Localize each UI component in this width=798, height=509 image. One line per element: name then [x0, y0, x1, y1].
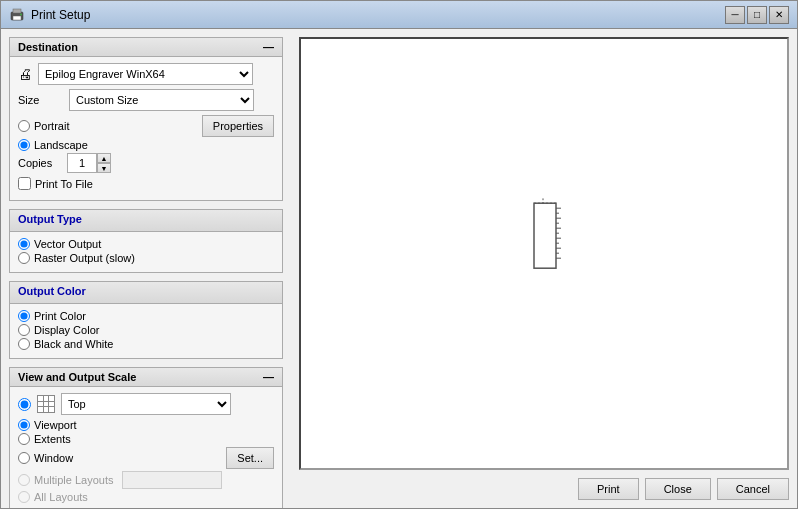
all-layouts-row: All Layouts	[18, 491, 274, 503]
portrait-radio[interactable]	[18, 120, 30, 132]
viewport-radio[interactable]	[18, 419, 30, 431]
window-radio[interactable]	[18, 452, 30, 464]
bottom-buttons: Print Close Cancel	[299, 470, 789, 500]
svg-rect-4	[534, 203, 556, 268]
view-select[interactable]: Top	[61, 393, 231, 415]
dialog-title: Print Setup	[31, 8, 719, 22]
close-button[interactable]: ✕	[769, 6, 789, 24]
portrait-row: Portrait Properties	[18, 115, 274, 137]
raster-row: Raster Output (slow)	[18, 252, 274, 264]
output-color-section: Output Color Print Color Display Color	[9, 281, 283, 359]
size-select[interactable]: Custom Size	[69, 89, 254, 111]
vector-radio[interactable]	[18, 238, 30, 250]
set-button[interactable]: Set...	[226, 447, 274, 469]
size-label: Size	[18, 94, 63, 106]
scroll-area[interactable]: Destination — 🖨 Epilog Engraver WinX64	[1, 29, 291, 508]
window-row: Window Set...	[18, 447, 274, 469]
viewport-row: Viewport	[18, 419, 274, 431]
raster-radio[interactable]	[18, 252, 30, 264]
print-button[interactable]: Print	[578, 478, 639, 500]
landscape-label: Landscape	[34, 139, 88, 151]
destination-label: Destination	[18, 41, 78, 53]
printer-row: 🖨 Epilog Engraver WinX64	[18, 63, 274, 85]
view-scale-section: View and Output Scale —	[9, 367, 283, 508]
display-color-label: Display Color	[34, 324, 99, 336]
size-row: Size Custom Size	[18, 89, 274, 111]
vector-row: Vector Output	[18, 238, 274, 250]
view-scale-content: Top Viewport Extents	[10, 387, 282, 508]
output-color-content: Print Color Display Color Black and Whit…	[10, 304, 282, 358]
print-color-row: Print Color	[18, 310, 274, 322]
svg-rect-2	[13, 16, 21, 20]
output-color-header: Output Color	[10, 282, 282, 304]
destination-section: Destination — 🖨 Epilog Engraver WinX64	[9, 37, 283, 201]
extents-row: Extents	[18, 433, 274, 445]
destination-content: 🖨 Epilog Engraver WinX64 Size Custom Siz…	[10, 57, 282, 200]
all-layouts-radio[interactable]	[18, 491, 30, 503]
copies-row: Copies ▲ ▼	[18, 153, 274, 173]
black-white-radio[interactable]	[18, 338, 30, 350]
multiple-layouts-input[interactable]	[122, 471, 222, 489]
output-type-label: Output Type	[18, 213, 82, 225]
svg-point-3	[20, 13, 22, 15]
printer-icon	[9, 7, 25, 23]
window-controls: ─ □ ✕	[725, 6, 789, 24]
copies-label: Copies	[18, 157, 63, 169]
view-radio[interactable]	[18, 398, 31, 411]
preview-svg	[519, 198, 569, 288]
print-setup-dialog: Print Setup ─ □ ✕ Destination —	[0, 0, 798, 509]
view-scale-collapse-icon[interactable]: —	[263, 371, 274, 383]
close-button[interactable]: Close	[645, 478, 711, 500]
copies-spinner: ▲ ▼	[67, 153, 111, 173]
multiple-layouts-row: Multiple Layouts	[18, 471, 274, 489]
print-color-radio[interactable]	[18, 310, 30, 322]
view-scale-header: View and Output Scale —	[10, 368, 282, 387]
landscape-row: Landscape	[18, 139, 274, 151]
cancel-button[interactable]: Cancel	[717, 478, 789, 500]
print-to-file-checkbox[interactable]	[18, 177, 31, 190]
all-layouts-label: All Layouts	[34, 491, 88, 503]
left-panel: Destination — 🖨 Epilog Engraver WinX64	[1, 29, 291, 508]
output-type-section: Output Type Vector Output Raster Output …	[9, 209, 283, 273]
window-label: Window	[34, 452, 73, 464]
black-white-row: Black and White	[18, 338, 274, 350]
right-panel: Print Close Cancel	[291, 29, 797, 508]
properties-button[interactable]: Properties	[202, 115, 274, 137]
view-row: Top	[18, 393, 274, 415]
copies-up-button[interactable]: ▲	[97, 153, 111, 163]
spinner-buttons: ▲ ▼	[97, 153, 111, 173]
copies-input[interactable]	[67, 153, 97, 173]
portrait-label: Portrait	[34, 120, 69, 132]
printer-select[interactable]: Epilog Engraver WinX64	[38, 63, 253, 85]
extents-label: Extents	[34, 433, 71, 445]
minimize-button[interactable]: ─	[725, 6, 745, 24]
print-to-file-label: Print To File	[35, 178, 93, 190]
output-type-content: Vector Output Raster Output (slow)	[10, 232, 282, 272]
preview-area	[299, 37, 789, 470]
landscape-radio[interactable]	[18, 139, 30, 151]
copies-down-button[interactable]: ▼	[97, 163, 111, 173]
printer-icon-small: 🖨	[18, 66, 32, 82]
black-white-label: Black and White	[34, 338, 113, 350]
display-color-radio[interactable]	[18, 324, 30, 336]
dialog-body: Destination — 🖨 Epilog Engraver WinX64	[1, 29, 797, 508]
destination-header: Destination —	[10, 38, 282, 57]
multiple-layouts-label: Multiple Layouts	[34, 474, 114, 486]
svg-rect-1	[13, 9, 21, 13]
preview-shape	[519, 198, 569, 291]
output-color-label: Output Color	[18, 285, 86, 297]
extents-radio[interactable]	[18, 433, 30, 445]
output-type-header: Output Type	[10, 210, 282, 232]
print-to-file-row: Print To File	[18, 177, 274, 190]
print-color-label: Print Color	[34, 310, 86, 322]
vector-label: Vector Output	[34, 238, 101, 250]
maximize-button[interactable]: □	[747, 6, 767, 24]
destination-collapse-icon[interactable]: —	[263, 41, 274, 53]
title-bar: Print Setup ─ □ ✕	[1, 1, 797, 29]
multiple-layouts-radio[interactable]	[18, 474, 30, 486]
grid-view-icon	[37, 395, 55, 413]
view-scale-label: View and Output Scale	[18, 371, 136, 383]
viewport-label: Viewport	[34, 419, 77, 431]
display-color-row: Display Color	[18, 324, 274, 336]
raster-label: Raster Output (slow)	[34, 252, 135, 264]
